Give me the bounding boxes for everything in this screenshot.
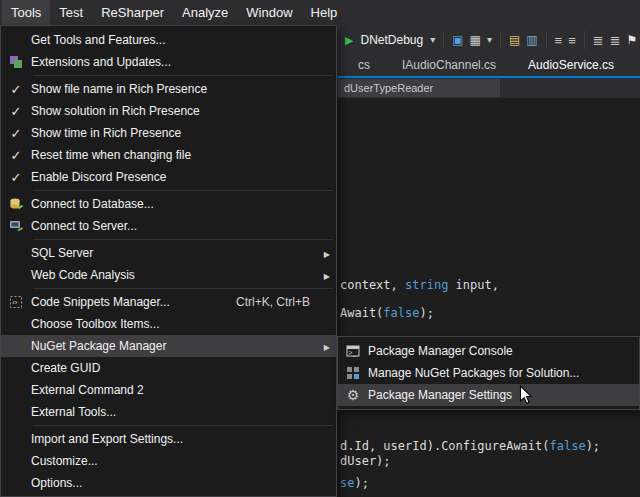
code-span: ); [586,439,600,453]
gear-icon: ⚙ [338,388,368,402]
menu-item-package-manager-console[interactable]: >_Package Manager Console [338,340,639,362]
database-icon [1,197,31,211]
menu-item-label: Web Code Analysis [31,268,316,282]
menu-item-nuget-package-manager[interactable]: NuGet Package Manager▶ [1,335,336,357]
menu-bar: ToolsTestReSharperAnalyzeWindowHelp [0,0,640,25]
code-span: false [383,306,419,320]
menu-item-reset-time-when-changing-file[interactable]: ✓Reset time when changing file [1,144,336,166]
code-span: se [340,476,354,490]
menu-item-label: NuGet Package Manager [31,339,316,353]
code-span: dUser); [340,454,391,468]
tools-menu-panel: Get Tools and Features...Extensions and … [0,25,337,497]
menu-item-label: Show time in Rich Presence [31,126,330,140]
menu-item-label: Manage NuGet Packages for Solution... [368,366,633,380]
menu-separator [33,239,333,240]
packages-icon [338,366,368,380]
menubar-item-resharper[interactable]: ReSharper [92,0,173,25]
menu-item-extensions-and-updates[interactable]: Extensions and Updates... [1,51,336,73]
menu-item-label: Create GUID [31,361,330,375]
submenu-arrow-icon: ▶ [316,247,330,259]
checkmark-icon: ✓ [1,171,31,184]
code-span: Await( [340,306,383,320]
menu-separator [33,75,333,76]
menubar-item-help[interactable]: Help [302,0,347,25]
menu-item-label: Connect to Server... [31,219,330,233]
mouse-cursor [519,385,534,406]
menu-item-label: Customize... [31,454,330,468]
menu-item-sql-server[interactable]: SQL Server▶ [1,242,336,264]
submenu-arrow-icon: ▶ [316,340,330,352]
menu-item-import-and-export-settings[interactable]: Import and Export Settings... [1,428,336,450]
submenu-arrow-icon: ▶ [316,269,330,281]
menubar-item-test[interactable]: Test [50,0,92,25]
menu-item-get-tools-and-features[interactable]: Get Tools and Features... [1,29,336,51]
menu-item-label: Get Tools and Features... [31,33,330,47]
server-icon [1,219,31,233]
code-span: ); [354,476,368,490]
checkmark-icon: ✓ [1,105,31,118]
menu-item-label: SQL Server [31,246,316,260]
menu-separator [33,190,333,191]
nuget-submenu-panel: >_Package Manager ConsoleManage NuGet Pa… [337,336,640,410]
menu-item-show-file-name-in-rich-presence[interactable]: ✓Show file name in Rich Presence [1,78,336,100]
menu-item-options[interactable]: Options... [1,472,336,494]
menu-item-label: Package Manager Settings [368,388,633,402]
extensions-icon [1,55,31,69]
menu-item-label: Package Manager Console [368,344,633,358]
snippets-icon: ‹› [1,295,31,309]
menu-item-create-guid[interactable]: Create GUID [1,357,336,379]
console-icon: >_ [338,344,368,358]
menu-item-code-snippets-manager[interactable]: ‹›Code Snippets Manager...Ctrl+K, Ctrl+B [1,291,336,313]
code-span: false [550,439,586,453]
menu-item-connect-to-database[interactable]: Connect to Database... [1,193,336,215]
code-line: dUser); [340,454,391,469]
code-span: input, [448,278,499,292]
menu-item-connect-to-server[interactable]: Connect to Server... [1,215,336,237]
menubar-item-window[interactable]: Window [237,0,301,25]
menu-item-label: Show file name in Rich Presence [31,82,330,96]
menu-item-label: Options... [31,476,330,490]
menu-item-web-code-analysis[interactable]: Web Code Analysis▶ [1,264,336,286]
menu-item-package-manager-settings[interactable]: ⚙Package Manager Settings [338,384,639,406]
menu-item-label: Extensions and Updates... [31,55,330,69]
menu-item-external-tools[interactable]: External Tools... [1,401,336,423]
menu-item-external-command-2[interactable]: External Command 2 [1,379,336,401]
menu-item-customize[interactable]: Customize... [1,450,336,472]
code-line: Await(false); [340,306,434,321]
menu-item-enable-discord-presence[interactable]: ✓Enable Discord Presence [1,166,336,188]
menu-item-show-time-in-rich-presence[interactable]: ✓Show time in Rich Presence [1,122,336,144]
menu-item-show-solution-in-rich-presence[interactable]: ✓Show solution in Rich Presence [1,100,336,122]
code-line: se); [340,476,369,491]
menu-item-label: External Tools... [31,405,330,419]
menu-item-choose-toolbox-items[interactable]: Choose Toolbox Items... [1,313,336,335]
checkmark-icon: ✓ [1,83,31,96]
menu-item-label: Show solution in Rich Presence [31,104,330,118]
menubar-item-analyze[interactable]: Analyze [173,0,237,25]
menu-item-label: Import and Export Settings... [31,432,330,446]
menu-separator [33,288,333,289]
menubar-item-tools[interactable]: Tools [2,0,50,25]
menu-item-shortcut: Ctrl+K, Ctrl+B [236,295,310,309]
menu-item-manage-nuget-packages-for-solution[interactable]: Manage NuGet Packages for Solution... [338,362,639,384]
code-line: d.Id, userId).ConfigureAwait(false); [340,439,600,454]
menu-item-label: External Command 2 [31,383,330,397]
code-span: ); [419,306,433,320]
menu-item-label: Connect to Database... [31,197,330,211]
code-span: string [405,278,448,292]
menu-item-label: Enable Discord Presence [31,170,330,184]
menu-item-label: Choose Toolbox Items... [31,317,330,331]
svg-text:>_: >_ [349,349,357,357]
menu-item-label: Reset time when changing file [31,148,330,162]
checkmark-icon: ✓ [1,127,31,140]
checkmark-icon: ✓ [1,149,31,162]
menu-item-label: Code Snippets Manager... [31,295,236,309]
code-line: context, string input, [340,278,499,293]
code-span: d.Id, userId).ConfigureAwait( [340,439,550,453]
code-span: context, [340,278,405,292]
menu-separator [33,425,333,426]
svg-text:‹›: ‹› [12,298,18,307]
